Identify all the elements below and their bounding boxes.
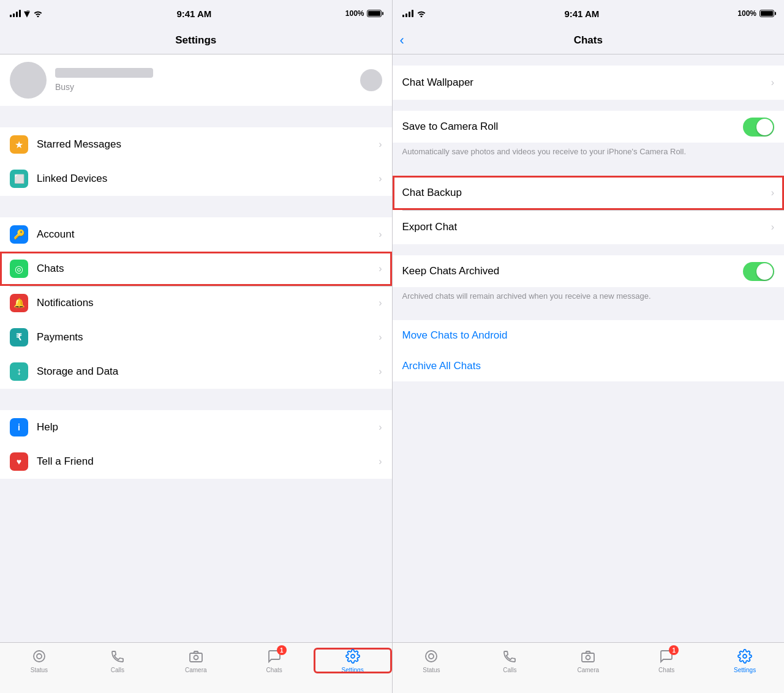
tab-label-settings-left: Settings: [342, 667, 364, 673]
chat-wallpaper-label: Chat Wallpaper: [402, 77, 771, 89]
svg-point-7: [586, 656, 590, 660]
keep-archived-item[interactable]: Keep Chats Archived: [393, 255, 785, 287]
archive-all-chats-item[interactable]: Archive All Chats: [393, 351, 785, 381]
sidebar-item-notifications[interactable]: 🔔 Notifications ›: [0, 286, 392, 320]
tab-chats-right[interactable]: 1 Chats: [627, 648, 706, 673]
sidebar-item-invite[interactable]: ♥ Tell a Friend ›: [0, 444, 392, 479]
tab-calls-left[interactable]: Calls: [78, 648, 157, 673]
info-icon: i: [10, 418, 28, 436]
camera-roll-toggle[interactable]: [743, 118, 774, 137]
sidebar-item-linked[interactable]: ⬜ Linked Devices ›: [0, 162, 392, 196]
main-menu-section: 🔑 Account › ◎ Chats › 🔔 Notifications › …: [0, 217, 392, 389]
tab-camera-right[interactable]: Camera: [549, 648, 627, 673]
svg-point-3: [194, 656, 198, 660]
battery-area-right: 100%: [737, 9, 774, 18]
rupee-icon: ₹: [10, 328, 28, 346]
tab-bar-left: Status Calls Camera 1: [0, 642, 392, 693]
calls-tab-icon: [109, 648, 126, 665]
tab-calls-right[interactable]: Calls: [470, 648, 549, 673]
avatar: [10, 62, 47, 99]
tab-camera-left[interactable]: Camera: [157, 648, 235, 673]
svg-point-0: [34, 651, 45, 662]
sidebar-item-starred[interactable]: ★ Starred Messages ›: [0, 127, 392, 162]
archive-section: Keep Chats Archived: [393, 255, 785, 287]
toggle-knob-archived: [756, 263, 773, 280]
bottom-menu-section: i Help › ♥ Tell a Friend ›: [0, 410, 392, 479]
invite-icon: ♥: [10, 452, 28, 471]
tab-label-camera-right: Camera: [577, 667, 599, 673]
tab-label-calls-left: Calls: [111, 667, 124, 673]
settings-tab-icon-right: [736, 648, 753, 665]
tab-label-settings-right: Settings: [734, 667, 756, 673]
page-title-right: Chats: [574, 34, 603, 47]
chevron-right-icon: ›: [379, 173, 382, 184]
tab-status-left[interactable]: Status: [0, 648, 78, 673]
sidebar-item-help[interactable]: i Help ›: [0, 410, 392, 444]
tab-status-right[interactable]: Status: [393, 648, 471, 673]
battery-icon-right: [760, 10, 774, 17]
svg-point-4: [426, 651, 437, 662]
status-tab-icon-right: [423, 648, 440, 665]
sidebar-item-label-invite: Tell a Friend: [37, 455, 379, 468]
sidebar-item-label-payments: Payments: [37, 331, 379, 343]
chevron-right-icon: ›: [771, 77, 774, 88]
chevron-right-icon: ›: [379, 229, 382, 240]
calls-tab-icon-right: [501, 648, 518, 665]
chat-wallpaper-item[interactable]: Chat Wallpaper ›: [393, 66, 785, 100]
left-panel: ▼̈ 9:41 AM 100% Settings Busy: [0, 0, 392, 693]
status-bar-right: 9:41 AM 100%: [393, 0, 785, 27]
time-left: 9:41 AM: [176, 9, 211, 19]
chevron-right-icon: ›: [379, 139, 382, 150]
tab-label-camera-left: Camera: [185, 667, 207, 673]
qr-icon[interactable]: [360, 69, 382, 91]
key-icon: 🔑: [10, 225, 28, 244]
bell-icon: 🔔: [10, 294, 28, 312]
tab-chats-left[interactable]: 1 Chats: [235, 648, 314, 673]
sidebar-item-label-notifications: Notifications: [37, 297, 379, 309]
sidebar-item-label-chats: Chats: [37, 263, 379, 275]
sidebar-item-storage[interactable]: ↕ Storage and Data ›: [0, 354, 392, 389]
camera-roll-item[interactable]: Save to Camera Roll: [393, 111, 785, 143]
move-to-android-item[interactable]: Move Chats to Android: [393, 320, 785, 351]
battery-icon-left: [367, 10, 382, 17]
status-bar-left: ▼̈ 9:41 AM 100%: [0, 0, 392, 27]
tab-label-status-left: Status: [31, 667, 48, 673]
sidebar-item-label-help: Help: [37, 421, 379, 433]
keep-archived-description: Archived chats will remain archived when…: [393, 287, 785, 309]
battery-pct-right: 100%: [737, 9, 756, 18]
sidebar-item-label-storage: Storage and Data: [37, 365, 379, 378]
tab-label-status-right: Status: [423, 667, 440, 673]
time-right: 9:41 AM: [564, 9, 599, 19]
profile-status: Busy: [55, 82, 74, 92]
profile-name-bar: [55, 68, 153, 78]
nav-bar-left: Settings: [0, 27, 392, 54]
chat-backup-item[interactable]: Chat Backup ›: [393, 176, 785, 210]
archive-all-chats-label: Archive All Chats: [402, 360, 481, 372]
back-button[interactable]: ‹: [400, 34, 404, 47]
signal-area-right: [402, 10, 426, 17]
nav-bar-right: ‹ Chats: [393, 27, 785, 54]
keep-archived-toggle[interactable]: [743, 262, 774, 281]
battery-pct-left: 100%: [345, 9, 364, 18]
tab-settings-right[interactable]: Settings: [706, 648, 784, 673]
tab-bar-right: Status Calls Camera 1: [393, 642, 785, 693]
export-chat-item[interactable]: Export Chat ›: [393, 210, 785, 244]
camera-tab-icon-right: [579, 648, 597, 665]
storage-icon: ↕: [10, 362, 28, 381]
whatsapp-icon: ◎: [10, 260, 28, 278]
sidebar-item-payments[interactable]: ₹ Payments ›: [0, 320, 392, 354]
backup-section: Chat Backup › Export Chat ›: [393, 176, 785, 244]
svg-point-5: [429, 654, 434, 659]
sidebar-item-account[interactable]: 🔑 Account ›: [0, 217, 392, 252]
chevron-right-icon: ›: [379, 332, 382, 343]
signal-bars-icon-right: [402, 10, 413, 17]
camera-tab-icon: [187, 648, 205, 665]
sidebar-item-label-account: Account: [37, 228, 379, 241]
sidebar-item-chats[interactable]: ◎ Chats ›: [0, 252, 392, 286]
page-title-left: Settings: [175, 34, 216, 47]
tab-label-calls-right: Calls: [503, 667, 516, 673]
tab-settings-left[interactable]: Settings: [314, 648, 392, 673]
profile-section[interactable]: Busy: [0, 54, 392, 106]
star-icon: ★: [10, 135, 28, 154]
laptop-icon: ⬜: [10, 170, 28, 188]
